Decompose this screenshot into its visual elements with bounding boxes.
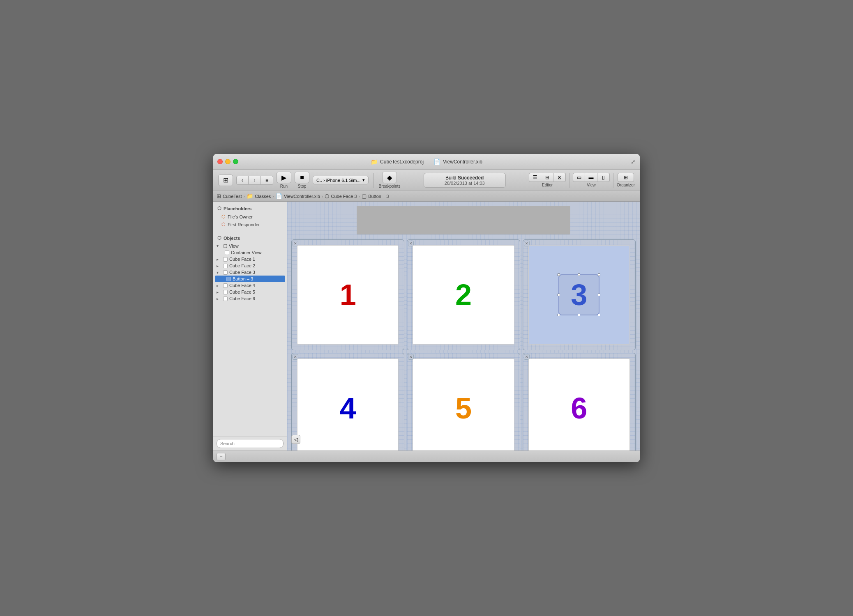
button3-checkbox[interactable] — [226, 277, 231, 281]
face-1-container: ✕ 1 — [291, 239, 404, 350]
tree-item-cube-face-5[interactable]: ▸ Cube Face 5 — [213, 289, 287, 295]
breadcrumb-item-3[interactable]: ViewController.xib — [284, 194, 320, 199]
sidebar-item-files-owner[interactable]: ⬡ File's Owner — [213, 213, 287, 221]
handle-tc[interactable] — [578, 274, 580, 276]
organizer-icon[interactable]: ⊞ — [618, 173, 634, 182]
grid-view-button[interactable]: ⊞ — [218, 175, 233, 186]
breadcrumb-grid-icon: ⊞ — [217, 193, 221, 199]
build-status-text: Build Succeeded — [432, 175, 497, 181]
face-5-container: ✕ 5 — [407, 353, 520, 451]
face3-checkbox[interactable] — [223, 270, 228, 275]
placeholders-label: Placeholders — [224, 206, 251, 211]
traffic-lights — [217, 159, 238, 164]
minimize-button[interactable] — [225, 159, 231, 164]
face-3-inner[interactable]: 3 — [528, 245, 630, 345]
back-button[interactable]: ‹ — [236, 176, 249, 185]
face5-toggle[interactable]: ▸ — [217, 290, 221, 294]
face4-toggle[interactable]: ▸ — [217, 283, 221, 288]
face6-toggle[interactable]: ▸ — [217, 297, 221, 301]
scheme-selector[interactable]: C.. › iPhone 6.1 Sim... ▾ — [313, 176, 369, 184]
handle-bl[interactable] — [558, 314, 560, 316]
breakpoints-button[interactable]: ◆ Breakpoints — [379, 172, 401, 188]
stop-icon: ■ — [295, 172, 309, 183]
face3-toggle[interactable]: ▾ — [217, 270, 221, 275]
face-3-selected-button[interactable]: 3 — [558, 274, 599, 315]
sidebar-search-input[interactable] — [217, 439, 284, 448]
show-debug-button[interactable]: ▬ — [585, 173, 597, 182]
files-owner-icon: ⬡ — [221, 214, 226, 219]
show-navigator-button[interactable]: ▭ — [573, 173, 585, 182]
tree-item-cube-face-1[interactable]: ▸ Cube Face 1 — [213, 256, 287, 262]
face1-checkbox[interactable] — [223, 257, 228, 262]
list-button[interactable]: ≡ — [261, 176, 273, 185]
view-label: View — [229, 244, 239, 248]
toolbar-divider-3 — [613, 173, 613, 188]
zoom-out-button[interactable]: − — [217, 453, 226, 460]
canvas-nav-button[interactable]: ◁ — [291, 435, 300, 444]
face-6-inner[interactable]: 6 — [528, 359, 630, 451]
tree-item-container-view[interactable]: Container View — [213, 249, 287, 256]
breadcrumb-xib-icon: 📄 — [276, 193, 282, 199]
standard-editor-button[interactable]: ☰ — [529, 173, 541, 182]
maximize-button[interactable] — [233, 159, 238, 164]
objects-header: ⬡ Objects — [213, 234, 287, 242]
canvas-back-icon[interactable]: ◁ — [291, 435, 300, 444]
close-button[interactable] — [217, 159, 223, 164]
tree-item-view[interactable]: ▾ ▢ View — [213, 242, 287, 249]
handle-tr[interactable] — [598, 274, 600, 276]
face4-checkbox[interactable] — [223, 283, 228, 288]
titlebar-title: 📁 CubeTest.xcodeproj — 📄 ViewController.… — [371, 159, 482, 165]
breakpoints-label: Breakpoints — [379, 184, 401, 188]
face-2-inner[interactable]: 2 — [413, 245, 514, 345]
tree-item-cube-face-4[interactable]: ▸ Cube Face 4 — [213, 282, 287, 289]
resize-icon[interactable]: ⤢ — [631, 159, 636, 165]
breadcrumb-item-2[interactable]: Classes — [255, 194, 271, 199]
face3-label: Cube Face 3 — [229, 270, 255, 275]
face2-checkbox[interactable] — [223, 264, 228, 268]
handle-tl[interactable] — [558, 274, 560, 276]
cube-header-icon: ⬡ — [217, 206, 221, 211]
breadcrumb-item-4[interactable]: Cube Face 3 — [331, 194, 357, 199]
handle-mr[interactable] — [598, 294, 600, 296]
show-utilities-button[interactable]: ▯ — [597, 173, 610, 182]
view-toggle[interactable]: ▾ — [217, 244, 221, 248]
top-placeholder-block — [357, 206, 570, 234]
tree-item-cube-face-2[interactable]: ▸ Cube Face 2 — [213, 262, 287, 269]
forward-button[interactable]: › — [249, 176, 261, 185]
toolbar-right: ☰ ⊟ ⊠ Editor ▭ ▬ ▯ View ⊞ Organ — [529, 173, 635, 188]
build-date: 28/02/2013 at 14:03 — [432, 181, 497, 186]
face-1-inner[interactable]: 1 — [297, 245, 399, 345]
main-window: 📁 CubeTest.xcodeproj — 📄 ViewController.… — [213, 154, 640, 462]
objects-section: ⬡ Objects ▾ ▢ View Container View ▸ — [213, 231, 287, 304]
sidebar-item-first-responder[interactable]: ⬡ First Responder — [213, 221, 287, 228]
face2-toggle[interactable]: ▸ — [217, 264, 221, 268]
titlebar: 📁 CubeTest.xcodeproj — 📄 ViewController.… — [213, 154, 640, 170]
breadcrumb-sep-3: › — [322, 194, 323, 199]
face-4-container: ✕ 4 — [291, 353, 404, 451]
handle-bc[interactable] — [578, 314, 580, 316]
face6-label: Cube Face 6 — [229, 296, 255, 301]
canvas-area[interactable]: ◁ ✕ 1 — [287, 202, 640, 451]
face6-checkbox[interactable] — [223, 297, 228, 301]
assistant-editor-button[interactable]: ⊟ — [541, 173, 553, 182]
breadcrumb-cube-icon: ⬡ — [325, 193, 329, 199]
breadcrumb-item-1[interactable]: CubeTest — [223, 194, 242, 199]
breadcrumb-item-5[interactable]: Button – 3 — [368, 194, 389, 199]
toolbar-divider-1 — [373, 173, 374, 188]
tree-item-cube-face-3[interactable]: ▾ Cube Face 3 — [213, 269, 287, 276]
face-5-inner[interactable]: 5 — [413, 359, 514, 451]
version-editor-button[interactable]: ⊠ — [553, 173, 566, 182]
tree-item-button-3[interactable]: Button – 3 — [215, 276, 285, 282]
scheme-dropdown-icon: ▾ — [362, 177, 365, 183]
handle-br[interactable] — [598, 314, 600, 316]
face-3-container: ✕ 3 — [523, 239, 636, 350]
container-checkbox[interactable] — [225, 251, 229, 255]
stop-button[interactable]: ■ Stop — [295, 172, 309, 188]
tree-item-cube-face-6[interactable]: ▸ Cube Face 6 — [213, 295, 287, 302]
face-4-inner[interactable]: 4 — [297, 359, 399, 451]
face1-toggle[interactable]: ▸ — [217, 257, 221, 262]
handle-ml[interactable] — [558, 294, 560, 296]
face-1-number: 1 — [340, 278, 356, 312]
run-button[interactable]: ▶ Run — [277, 172, 291, 188]
face5-checkbox[interactable] — [223, 290, 228, 294]
